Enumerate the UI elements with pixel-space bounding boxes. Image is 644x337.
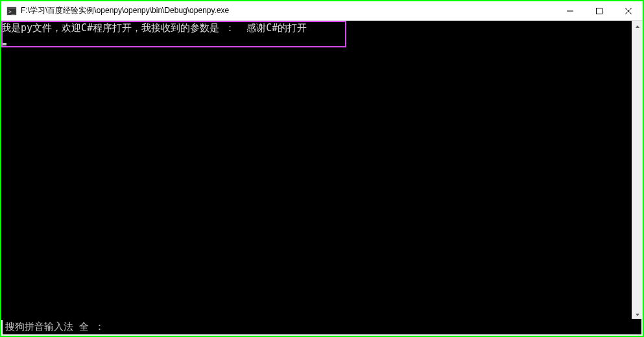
console-cursor <box>1 34 643 48</box>
scroll-up-button[interactable] <box>632 21 643 32</box>
console-app-icon: >_ <box>6 6 17 16</box>
console-area[interactable]: 我是py文件，欢迎C#程序打开，我接收到的参数是 ： 感谢C#的打开 <box>1 21 643 320</box>
scroll-track[interactable] <box>632 32 643 309</box>
console-output-line: 我是py文件，欢迎C#程序打开，我接收到的参数是 ： 感谢C#的打开 <box>1 21 643 34</box>
minimize-button[interactable] <box>555 1 584 20</box>
maximize-button[interactable] <box>584 1 614 20</box>
ime-status-bar: 搜狗拼音输入法 全 ： <box>3 319 641 334</box>
svg-text:>_: >_ <box>8 9 15 15</box>
title-left: >_ F:\学习\百度经验实例\openpy\openpy\bin\Debug\… <box>1 5 229 16</box>
window-title: F:\学习\百度经验实例\openpy\openpy\bin\Debug\ope… <box>21 5 229 16</box>
window-controls <box>555 1 643 20</box>
vertical-scrollbar[interactable] <box>632 21 643 320</box>
window-frame: >_ F:\学习\百度经验实例\openpy\openpy\bin\Debug\… <box>0 0 644 337</box>
close-button[interactable] <box>614 1 643 20</box>
svg-rect-4 <box>596 8 602 14</box>
title-bar[interactable]: >_ F:\学习\百度经验实例\openpy\openpy\bin\Debug\… <box>1 1 643 21</box>
ime-status-text: 搜狗拼音输入法 全 ： <box>5 321 104 333</box>
